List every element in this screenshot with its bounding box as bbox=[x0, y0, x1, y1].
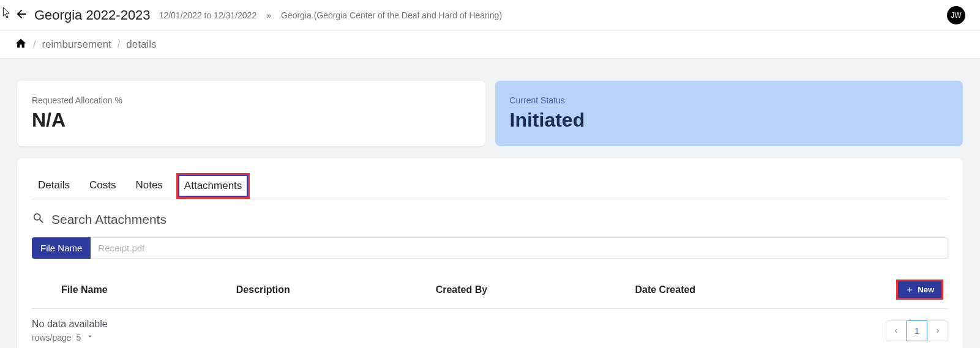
content-area: Requested Allocation % N/A Current Statu… bbox=[0, 59, 980, 348]
status-value: Initiated bbox=[510, 109, 949, 131]
tab-attachments[interactable]: Attachments bbox=[176, 173, 250, 199]
pagination: 1 bbox=[886, 320, 948, 341]
rows-per-page-label: rows/page bbox=[32, 333, 72, 342]
column-description: Description bbox=[236, 284, 436, 295]
breadcrumb-separator: / bbox=[118, 39, 120, 50]
breadcrumb-separator: / bbox=[33, 39, 36, 50]
search-title: Search Attachments bbox=[51, 212, 166, 227]
home-icon[interactable] bbox=[15, 37, 27, 52]
breadcrumb-details[interactable]: details bbox=[126, 39, 156, 51]
back-arrow-icon[interactable] bbox=[15, 7, 28, 23]
search-input[interactable] bbox=[91, 237, 948, 259]
avatar[interactable]: JW bbox=[947, 6, 965, 24]
new-button-label: New bbox=[918, 285, 934, 294]
chevron-right-icon: » bbox=[266, 10, 271, 20]
new-button[interactable]: New bbox=[896, 280, 943, 300]
header-bar: Georgia 2022-2023 12/01/2022 to 12/31/20… bbox=[0, 0, 980, 31]
status-card: Current Status Initiated bbox=[495, 81, 963, 146]
summary-cards: Requested Allocation % N/A Current Statu… bbox=[17, 81, 963, 146]
main-panel: Details Costs Notes Attachments Search A… bbox=[17, 158, 963, 348]
rows-per-page[interactable]: rows/page 5 bbox=[32, 332, 108, 342]
tab-details[interactable]: Details bbox=[32, 173, 76, 199]
no-data-message: No data available bbox=[32, 319, 108, 330]
search-icon bbox=[32, 212, 45, 228]
breadcrumb-reimbursement[interactable]: reimbursement bbox=[42, 39, 111, 51]
table-header: File Name Description Created By Date Cr… bbox=[32, 271, 948, 309]
page-title: Georgia 2022-2023 bbox=[34, 7, 151, 23]
tab-costs[interactable]: Costs bbox=[83, 173, 122, 199]
allocation-label: Requested Allocation % bbox=[32, 95, 471, 105]
page-prev-button[interactable] bbox=[886, 320, 907, 341]
filter-chip-filename[interactable]: File Name bbox=[32, 237, 91, 259]
page-1-button[interactable]: 1 bbox=[907, 320, 927, 341]
chevron-right-icon bbox=[934, 327, 941, 335]
rows-per-page-value: 5 bbox=[77, 333, 81, 342]
column-createdby: Created By bbox=[436, 284, 635, 295]
tabs: Details Costs Notes Attachments bbox=[32, 173, 948, 199]
filter-row: File Name bbox=[32, 237, 948, 259]
page-next-button[interactable] bbox=[927, 320, 948, 341]
breadcrumb: / reimbursement / details bbox=[0, 31, 980, 59]
tab-notes[interactable]: Notes bbox=[129, 173, 168, 199]
date-range: 12/01/2022 to 12/31/2022 bbox=[159, 10, 257, 20]
chevron-left-icon bbox=[892, 327, 900, 335]
allocation-card: Requested Allocation % N/A bbox=[17, 81, 485, 146]
column-datecreated: Date Created bbox=[635, 284, 834, 295]
table-footer: No data available rows/page 5 1 bbox=[32, 309, 948, 342]
column-filename: File Name bbox=[37, 284, 236, 295]
status-label: Current Status bbox=[510, 95, 949, 105]
organization-name: Georgia (Georgia Center of the Deaf and … bbox=[281, 10, 502, 20]
allocation-value: N/A bbox=[32, 109, 471, 131]
search-section: Search Attachments bbox=[32, 212, 948, 228]
chevron-down-icon bbox=[86, 332, 94, 342]
plus-icon bbox=[905, 286, 914, 294]
